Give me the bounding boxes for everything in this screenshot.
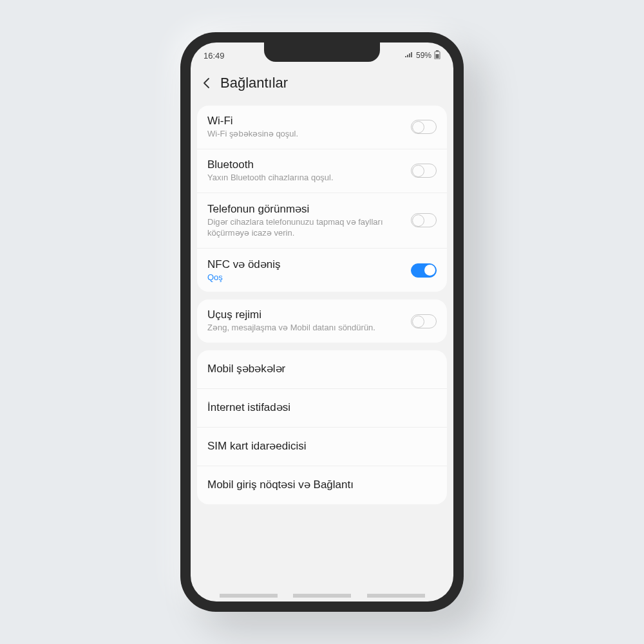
sim-manager-title: SIM kart idarəedicisi xyxy=(207,439,437,453)
data-usage-title: İnternet istifadəsi xyxy=(207,401,437,414)
nfc-title: NFC və ödəniş xyxy=(207,258,411,271)
settings-group-2: Uçuş rejimi Zəng, mesajlaşma və Mobil da… xyxy=(197,299,447,343)
svg-rect-2 xyxy=(436,54,439,59)
bluetooth-row[interactable]: Bluetooth Yaxın Bluetooth cihazlarına qo… xyxy=(197,149,447,193)
status-time: 16:49 xyxy=(204,51,225,61)
android-nav-bar xyxy=(191,594,453,598)
data-usage-row[interactable]: İnternet istifadəsi xyxy=(197,389,447,428)
status-right: 59% xyxy=(404,50,440,61)
flight-mode-subtitle: Zəng, mesajlaşma və Mobil datanı söndürü… xyxy=(207,323,411,334)
bluetooth-toggle[interactable] xyxy=(411,164,437,178)
flight-mode-toggle[interactable] xyxy=(411,314,437,328)
signal-icon xyxy=(404,51,413,60)
hotspot-title: Mobil giriş nöqtəsi və Bağlantı xyxy=(207,478,437,491)
wifi-subtitle: Wi-Fi şəbəkəsinə qoşul. xyxy=(207,129,411,140)
phone-visibility-row[interactable]: Telefonun görünməsi Digər cihazlara tele… xyxy=(197,193,447,249)
bluetooth-title: Bluetooth xyxy=(207,158,411,171)
wifi-title: Wi-Fi xyxy=(207,115,411,128)
bluetooth-subtitle: Yaxın Bluetooth cihazlarına qoşul. xyxy=(207,173,411,184)
page-title: Bağlantılar xyxy=(220,75,288,91)
phone-screen: 16:49 59% Bağlantılar Wi-Fi xyxy=(191,43,453,601)
wifi-row[interactable]: Wi-Fi Wi-Fi şəbəkəsinə qoşul. xyxy=(197,106,447,149)
flight-mode-row[interactable]: Uçuş rejimi Zəng, mesajlaşma və Mobil da… xyxy=(197,299,447,343)
phone-visibility-subtitle: Digər cihazlara telefonunuzu tapmaq və f… xyxy=(207,217,411,239)
phone-visibility-title: Telefonun görünməsi xyxy=(207,202,411,216)
battery-icon xyxy=(434,50,440,61)
wifi-toggle[interactable] xyxy=(411,120,437,134)
nfc-subtitle: Qoş xyxy=(207,272,411,283)
battery-text: 59% xyxy=(416,51,431,60)
hotspot-row[interactable]: Mobil giriş nöqtəsi və Bağlantı xyxy=(197,466,447,504)
page-header: Bağlantılar xyxy=(191,64,453,106)
nav-back-button[interactable] xyxy=(367,594,425,598)
mobile-networks-row[interactable]: Mobil şəbəkələr xyxy=(197,350,447,389)
content-area: Wi-Fi Wi-Fi şəbəkəsinə qoşul. Bluetooth … xyxy=(191,106,453,504)
settings-group-3: Mobil şəbəkələr İnternet istifadəsi SIM … xyxy=(197,350,447,504)
back-icon[interactable] xyxy=(200,76,214,90)
nfc-toggle[interactable] xyxy=(411,263,437,278)
phone-notch xyxy=(264,43,380,62)
phone-frame: 16:49 59% Bağlantılar Wi-Fi xyxy=(180,32,464,612)
nav-home-button[interactable] xyxy=(293,594,351,598)
flight-mode-title: Uçuş rejimi xyxy=(207,308,411,321)
sim-manager-row[interactable]: SIM kart idarəedicisi xyxy=(197,428,447,466)
nav-recent-button[interactable] xyxy=(220,594,278,598)
mobile-networks-title: Mobil şəbəkələr xyxy=(207,362,437,375)
settings-group-1: Wi-Fi Wi-Fi şəbəkəsinə qoşul. Bluetooth … xyxy=(197,106,447,292)
phone-visibility-toggle[interactable] xyxy=(411,213,437,227)
nfc-row[interactable]: NFC və ödəniş Qoş xyxy=(197,249,447,292)
